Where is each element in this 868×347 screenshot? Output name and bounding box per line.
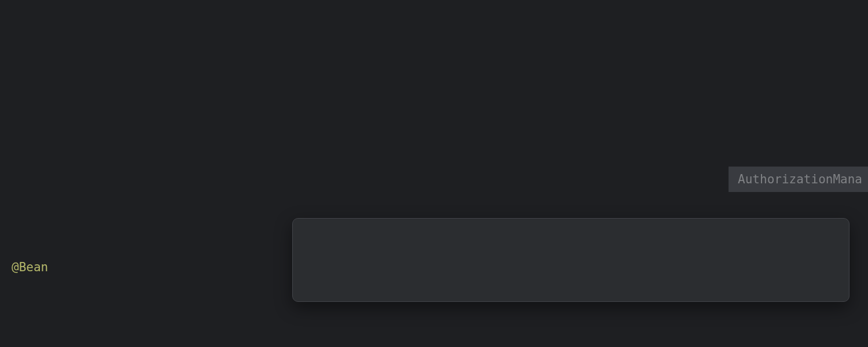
inlay-hint-text: AuthorizationMana	[738, 167, 862, 192]
inlay-hint: AuthorizationMana	[729, 167, 868, 192]
completion-list[interactable]: message [GET] OAuth2ResourceServerContro…	[293, 270, 849, 302]
annotation-token: @Bean	[12, 260, 48, 274]
completion-popup[interactable]: message [GET] OAuth2ResourceServerContro…	[292, 218, 849, 302]
